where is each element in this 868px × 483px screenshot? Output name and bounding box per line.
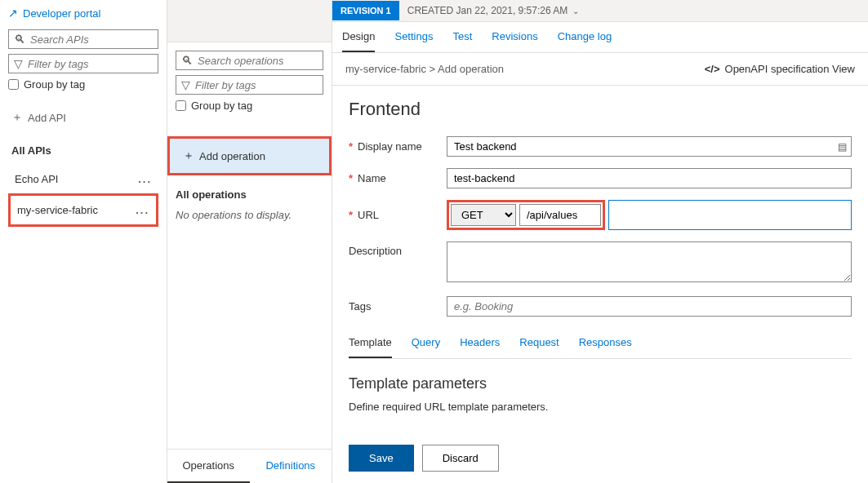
row-display-name: *Display name ▤ (349, 136, 852, 157)
row-tags: Tags (349, 296, 852, 317)
group-operations-input[interactable] (176, 100, 186, 111)
required-icon: * (349, 209, 353, 221)
api-sidebar: ↗ Developer portal 🔍︎ ▽ Group by tag ＋ A… (0, 0, 167, 483)
tab-operations[interactable]: Operations (167, 450, 250, 483)
required-icon: * (349, 172, 353, 184)
tab-test[interactable]: Test (452, 30, 472, 52)
breadcrumb-api: my-service-fabric (345, 63, 426, 75)
main-content: REVISION 1 CREATED Jan 22, 2021, 9:57:26… (332, 0, 868, 483)
group-operations-label: Group by tag (191, 100, 252, 112)
external-link-icon: ↗ (8, 7, 18, 20)
api-item-menu-icon[interactable]: ... (138, 173, 152, 185)
tab-revisions[interactable]: Revisions (492, 30, 537, 52)
input-name[interactable] (447, 168, 852, 188)
subtab-request[interactable]: Request (519, 336, 559, 358)
revision-meta[interactable]: CREATED Jan 22, 2021, 9:57:26 AM ⌄ (399, 0, 588, 21)
search-operations-input[interactable] (198, 55, 318, 67)
filter-tags-box[interactable]: ▽ (8, 54, 158, 73)
tab-changelog[interactable]: Change log (558, 30, 612, 52)
openapi-label: OpenAPI specification View (725, 63, 855, 75)
url-rest-field[interactable] (608, 200, 852, 230)
tab-design[interactable]: Design (342, 30, 375, 52)
all-apis-header: All APIs (11, 144, 158, 157)
action-bar: Save Discard (332, 433, 868, 483)
add-api-label: Add API (28, 112, 66, 124)
label-description: Description (349, 245, 402, 257)
middle-bottom-tabs: Operations Definitions (167, 449, 332, 483)
subtab-template[interactable]: Template (349, 336, 392, 358)
required-icon: * (349, 140, 353, 153)
filter-tags-input[interactable] (28, 58, 153, 70)
api-item-echo[interactable]: Echo API ... (8, 165, 158, 193)
breadcrumb-page: Add operation (438, 63, 504, 75)
row-description: Description (349, 242, 852, 285)
input-display-name[interactable] (447, 136, 852, 157)
sub-tabs: Template Query Headers Request Responses (349, 336, 852, 359)
frontend-heading: Frontend (349, 99, 852, 120)
textarea-description[interactable] (447, 242, 852, 282)
breadcrumb: my-service-fabric > Add operation (345, 63, 504, 75)
api-item-my-service-fabric[interactable]: my-service-fabric ... (8, 193, 158, 227)
label-name: Name (358, 172, 386, 184)
save-button[interactable]: Save (349, 445, 414, 472)
plus-icon: ＋ (183, 148, 194, 163)
revision-created-label: CREATED Jan 22, 2021, 9:57:26 AM (407, 5, 568, 16)
developer-portal-link[interactable]: ↗ Developer portal (8, 7, 158, 20)
group-by-tag-input[interactable] (8, 79, 19, 90)
search-apis-box[interactable]: 🔍︎ (8, 29, 158, 49)
api-item-label: my-service-fabric (17, 204, 98, 216)
filter-icon: ▽ (14, 57, 23, 70)
subtab-query[interactable]: Query (412, 336, 440, 358)
discard-button[interactable]: Discard (422, 445, 499, 472)
form-area: Frontend *Display name ▤ *Name *URL GET (332, 86, 868, 433)
label-display-name: Display name (358, 140, 422, 153)
template-params-desc: Define required URL template parameters. (349, 401, 852, 413)
add-api-button[interactable]: ＋ Add API (8, 104, 158, 131)
row-url: *URL GET (349, 200, 852, 230)
row-name: *Name (349, 168, 852, 188)
revision-bar: REVISION 1 CREATED Jan 22, 2021, 9:57:26… (332, 0, 868, 22)
select-method[interactable]: GET (451, 204, 516, 226)
add-operation-button[interactable]: ＋ Add operation (167, 136, 332, 175)
openapi-spec-link[interactable]: </> OpenAPI specification View (705, 63, 855, 75)
label-tags: Tags (349, 300, 371, 312)
input-url-path[interactable] (519, 204, 601, 226)
url-method-group: GET (447, 200, 605, 230)
revision-badge: REVISION 1 (332, 1, 399, 20)
developer-portal-label: Developer portal (23, 7, 100, 20)
tab-definitions[interactable]: Definitions (250, 450, 332, 483)
search-icon: 🔍︎ (14, 33, 25, 46)
search-operations-box[interactable]: 🔍︎ (176, 51, 323, 70)
group-by-tag-checkbox[interactable]: Group by tag (8, 78, 158, 91)
operations-panel: 🔍︎ ▽ Group by tag ＋ Add operation All op… (167, 0, 332, 483)
params-table: NAME DESCRIPTION TYPE VALUES (349, 426, 852, 433)
search-icon: 🔍︎ (181, 54, 193, 67)
no-operations-message: No operations to display. (167, 209, 332, 221)
filter-icon: ▽ (181, 78, 190, 91)
params-header-row: NAME DESCRIPTION TYPE VALUES (349, 426, 852, 433)
template-params-title: Template parameters (349, 375, 852, 392)
filter-operations-box[interactable]: ▽ (176, 75, 323, 95)
breadcrumb-row: my-service-fabric > Add operation </> Op… (332, 53, 868, 86)
subtab-responses[interactable]: Responses (579, 336, 632, 358)
search-apis-input[interactable] (30, 33, 153, 46)
group-by-tag-label: Group by tag (24, 78, 85, 91)
design-tabs: Design Settings Test Revisions Change lo… (332, 22, 868, 53)
field-icon: ▤ (838, 141, 847, 153)
filter-operations-input[interactable] (195, 79, 318, 91)
subtab-headers[interactable]: Headers (460, 336, 500, 358)
tab-settings[interactable]: Settings (394, 30, 433, 52)
api-item-menu-icon[interactable]: ... (136, 204, 149, 216)
input-tags[interactable] (447, 296, 852, 317)
breadcrumb-sep: > (430, 63, 436, 75)
all-operations-header: All operations (167, 175, 332, 209)
label-url: URL (358, 209, 379, 221)
plus-icon: ＋ (11, 110, 23, 125)
code-icon: </> (705, 63, 720, 75)
group-operations-checkbox[interactable]: Group by tag (176, 100, 323, 112)
api-item-label: Echo API (15, 173, 58, 185)
add-operation-label: Add operation (199, 150, 265, 162)
chevron-down-icon: ⌄ (572, 7, 579, 16)
